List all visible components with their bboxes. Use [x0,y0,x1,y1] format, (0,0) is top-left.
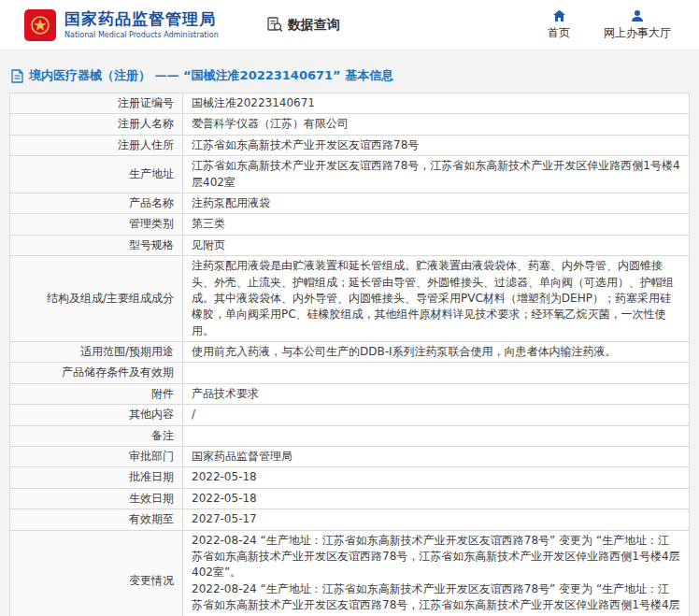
row-value: 注药泵配用液袋 [183,193,690,213]
row-label: 管理类别 [10,214,183,235]
table-row: 管理类别 第三类 [10,214,690,235]
row-value: 第三类 [183,214,690,235]
row-label: 注册人名称 [10,114,183,135]
table-row: 生产地址 江苏省如东高新技术产业开发区友谊西路78号，江苏省如东高新技术产业开发… [10,156,690,193]
table-row: 产品名称 注药泵配用液袋 [10,193,690,213]
row-label: 产品储存条件及有效期 [10,363,183,383]
row-value: 爱普科学仪器（江苏）有限公司 [183,114,690,135]
row-label: 结构及组成/主要组成成分 [10,256,183,342]
row-value [183,425,690,446]
table-row: 审批部门 国家药品监督管理局 [10,447,690,467]
nmpa-emblem-icon [29,14,51,36]
top-header: 国家药品监督管理局 National Medical Products Admi… [0,0,699,50]
row-value: 注药泵配用液袋是由贮液装置和延长管组成。贮液装置由液袋袋体、药塞、内外导管、内圆… [183,256,690,342]
row-label: 注册证编号 [10,93,183,114]
page-title: 境内医疗器械（注册） —— “国械注准20223140671” 基本信息 [11,67,690,84]
row-value: 见附页 [183,235,690,255]
row-label: 型号规格 [10,235,183,255]
row-label: 注册人住所 [10,135,183,155]
row-value: 使用前充入药液，与本公司生产的DDB-Ⅰ系列注药泵联合使用，向患者体内输注药液。 [183,342,690,363]
row-value: 国家药品监督管理局 [183,447,690,467]
table-row: 产品储存条件及有效期 [10,363,690,383]
row-label: 变更情况 [10,530,183,616]
table-row: 注册证编号 国械注准20223140671 [10,93,690,114]
row-label: 附件 [10,383,183,404]
registration-info-table: 注册证编号 国械注准20223140671 注册人名称 爱普科学仪器（江苏）有限… [9,93,690,616]
nav-item-home[interactable]: 首页 [548,9,570,41]
row-label: 备注 [10,425,183,446]
row-value [183,363,690,383]
org-names: 国家药品监督管理局 National Medical Products Admi… [64,10,219,39]
table-row: 附件 产品技术要求 [10,383,690,404]
data-query-label: 数据查询 [288,17,340,34]
row-label: 其他内容 [10,405,183,425]
table-row: 批准日期 2022-05-18 [10,467,690,488]
top-nav: 首页 网上办事大厅 [548,9,671,41]
document-icon [11,69,23,83]
row-value: 2027-05-17 [183,509,690,530]
person-icon [631,9,644,22]
main-content: 境内医疗器械（注册） —— “国械注准20223140671” 基本信息 注册证… [0,50,699,616]
table-row: 注册人名称 爱普科学仪器（江苏）有限公司 [10,114,690,135]
data-query-nav[interactable]: 数据查询 [267,17,340,34]
table-row: 注册人住所 江苏省如东高新技术产业开发区友谊西路78号 [10,135,690,155]
row-label: 生产地址 [10,156,183,193]
row-value: 2022-05-18 [183,467,690,488]
row-label: 审批部门 [10,447,183,467]
table-row: 有效期至 2027-05-17 [10,509,690,530]
row-value: 江苏省如东高新技术产业开发区友谊西路78号 [183,135,690,155]
row-value: 2022-05-18 [183,488,690,509]
row-label: 适用范围/预期用途 [10,342,183,363]
page-title-text: 境内医疗器械（注册） —— “国械注准20223140671” 基本信息 [29,67,393,84]
row-label: 批准日期 [10,467,183,488]
row-value: / [183,405,690,425]
info-table-body: 注册证编号 国械注准20223140671 注册人名称 爱普科学仪器（江苏）有限… [10,93,690,616]
org-name-en: National Medical Products Administration [64,31,219,39]
row-value: 产品技术要求 [183,383,690,404]
table-row: 结构及组成/主要组成成分 注药泵配用液袋是由贮液装置和延长管组成。贮液装置由液袋… [10,256,690,342]
row-label: 产品名称 [10,193,183,213]
table-row: 生效日期 2022-05-18 [10,488,690,509]
org-name-cn: 国家药品监督管理局 [64,10,219,29]
table-row: 备注 [10,425,690,446]
row-value: 2022-08-24 “生产地址：江苏省如东高新技术产业开发区友谊西路78号” … [183,530,690,616]
table-row: 适用范围/预期用途 使用前充入药液，与本公司生产的DDB-Ⅰ系列注药泵联合使用，… [10,342,690,363]
row-value: 国械注准20223140671 [183,93,690,114]
nav-hall-label: 网上办事大厅 [604,25,671,41]
nav-home-label: 首页 [548,25,570,41]
row-value: 江苏省如东高新技术产业开发区友谊西路78号，江苏省如东高新技术产业开发区倬业路西… [183,156,690,193]
table-row: 其他内容 / [10,405,690,425]
row-label: 生效日期 [10,488,183,509]
table-row: 型号规格 见附页 [10,235,690,255]
nav-item-online-hall[interactable]: 网上办事大厅 [604,9,671,41]
row-label: 有效期至 [10,509,183,530]
table-row: 变更情况 2022-08-24 “生产地址：江苏省如东高新技术产业开发区友谊西路… [10,530,690,616]
search-icon [267,17,283,33]
nmpa-logo-icon [24,9,56,41]
home-icon [552,9,566,22]
